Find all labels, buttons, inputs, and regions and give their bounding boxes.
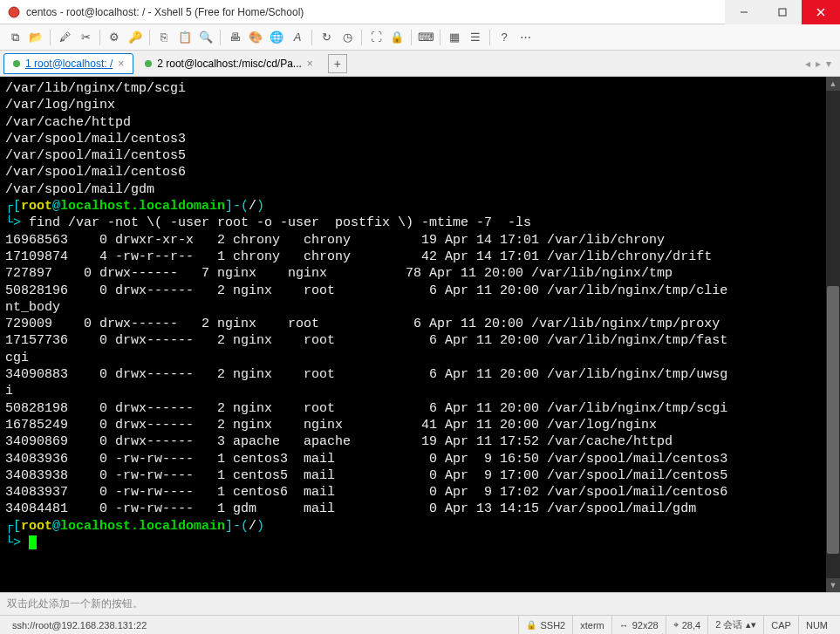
tab-label: 1 root@localhost: / [25,58,113,70]
status-conn-text: ssh://root@192.168.238.131:22 [12,620,147,631]
toolbar-separator [440,30,440,45]
help-button[interactable]: ? [495,28,514,47]
open-button[interactable]: 📂 [26,28,45,47]
paste-button[interactable]: 📋 [175,28,195,47]
status-sess-text: 2 会话 [715,618,742,631]
status-ssh: 🔒 SSH2 [518,616,572,634]
font-button[interactable]: A [288,28,307,47]
scrollbar-thumb[interactable] [827,286,839,554]
dropdown-icon[interactable]: ▴▾ [746,619,756,631]
scroll-down-icon[interactable]: ▼ [826,578,840,592]
globe-button[interactable]: 🌐 [267,28,286,47]
properties-button[interactable]: ⚙ [105,28,124,47]
tab-prev-icon[interactable]: ◂ [805,58,810,70]
main-toolbar: ⧉ 📂 🖉 ✂ ⚙ 🔑 ⎘ 📋 🔍 🖶 🎨 🌐 A ↻ ◷ ⛶ 🔒 ⌨ ▦ ☰ … [0,24,840,51]
minimize-button[interactable] [725,0,763,24]
new-session-button[interactable]: ⧉ [5,28,24,47]
toolbar-separator [489,30,490,45]
session-tab-bar: 1 root@localhost: / × 2 root@localhost:/… [0,51,840,77]
color-button[interactable]: 🎨 [246,28,265,47]
terminal[interactable]: /var/lib/nginx/tmp/scgi /var/log/nginx /… [0,77,826,592]
key-button[interactable]: 🔑 [126,28,145,47]
status-connection: ssh://root@192.168.238.131:22 [5,616,518,634]
status-size: ↔ 92x28 [611,616,666,634]
svg-rect-2 [779,9,786,16]
window-title: centos - root@localhost: / - Xshell 5 (F… [26,6,725,18]
size-icon: ↔ [619,620,629,631]
quick-button-area[interactable]: 双击此处添加一个新的按钮。 [0,592,840,615]
status-term-text: xterm [580,620,604,631]
keyboard-button[interactable]: ⌨ [416,28,435,47]
cursor-pos-icon: ⌖ [673,619,679,631]
status-dot-icon [145,60,152,67]
status-position: ⌖ 28,4 [666,616,707,634]
disconnect-button[interactable]: ✂ [76,28,95,47]
status-sessions: 2 会话 ▴▾ [707,616,763,634]
terminal-container: /var/lib/nginx/tmp/scgi /var/log/nginx /… [0,77,840,592]
toolbar-separator [149,30,150,45]
tab-menu-icon[interactable]: ▾ [826,58,831,70]
svg-point-0 [9,7,19,17]
reconnect-button[interactable]: 🖉 [55,28,74,47]
about-button[interactable]: ⋯ [516,28,535,47]
status-size-text: 92x28 [632,620,659,631]
close-tab-icon[interactable]: × [118,58,124,70]
close-tab-icon[interactable]: × [307,58,313,70]
status-pos-text: 28,4 [682,620,700,631]
tab-nav: ◂ ▸ ▾ [805,58,837,70]
add-tab-button[interactable]: + [328,54,347,73]
tab-label: 2 root@localhost:/misc/cd/Pa... [157,58,302,70]
status-num-text: NUM [806,620,828,631]
find-button[interactable]: 🔍 [196,28,215,47]
status-ssh-text: SSH2 [540,620,565,631]
toolbar-separator [50,30,51,45]
toolbar-separator [361,30,362,45]
refresh-button[interactable]: ↻ [317,28,336,47]
toolbar-separator [411,30,412,45]
session-tab-active[interactable]: 1 root@localhost: / × [3,53,133,74]
tab-next-icon[interactable]: ▸ [816,58,821,70]
terminal-scrollbar[interactable]: ▲ ▼ [826,77,840,592]
fullscreen-button[interactable]: ⛶ [366,28,386,47]
clock-button[interactable]: ◷ [338,28,357,47]
print-button[interactable]: 🖶 [225,28,244,47]
view-button[interactable]: ☰ [466,28,485,47]
toolbar-separator [220,30,221,45]
status-caps-text: CAP [771,620,791,631]
copy-button[interactable]: ⎘ [154,28,174,47]
status-capslock: CAP [763,616,798,634]
session-tab[interactable]: 2 root@localhost:/misc/cd/Pa... × [135,53,323,74]
status-numlock: NUM [798,616,835,634]
window-titlebar: centos - root@localhost: / - Xshell 5 (F… [0,0,840,24]
lock-button[interactable]: 🔒 [387,28,406,47]
status-dot-icon [13,60,20,67]
toolbar-separator [311,30,312,45]
status-bar: ssh://root@192.168.238.131:22 🔒 SSH2 xte… [0,615,840,634]
app-icon [7,5,21,19]
lock-icon: 🔒 [526,620,536,630]
window-controls [725,0,840,24]
button-area-hint: 双击此处添加一个新的按钮。 [7,597,143,611]
maximize-button[interactable] [763,0,802,24]
toolbar-separator [99,30,100,45]
layout-button[interactable]: ▦ [445,28,464,47]
scroll-up-icon[interactable]: ▲ [826,77,840,91]
scrollbar-track[interactable] [826,91,840,578]
status-term: xterm [572,616,611,634]
close-button[interactable] [802,0,840,24]
